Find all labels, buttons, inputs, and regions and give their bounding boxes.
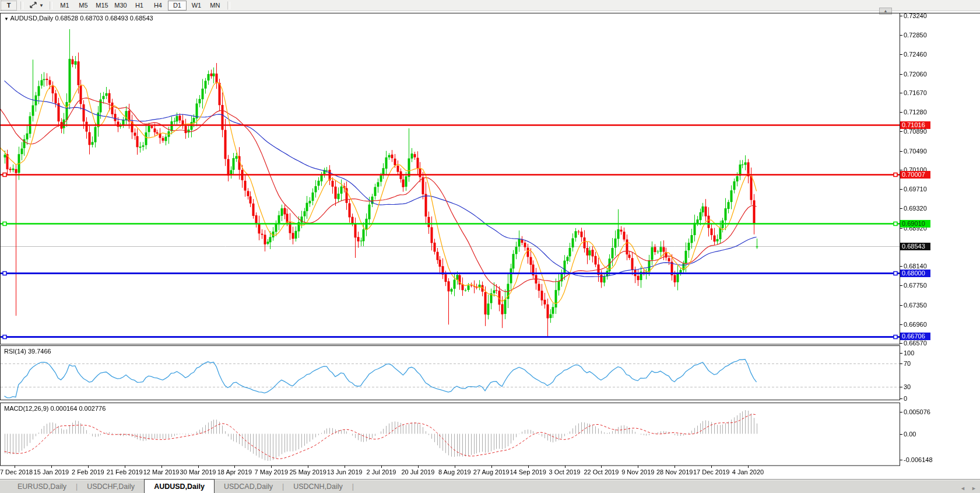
price-axis-label: 0.71280 <box>904 109 927 116</box>
price-axis-label: 0.71670 <box>904 89 927 96</box>
price-axis-label: 0.70490 <box>904 148 927 155</box>
date-label: 18 Apr 2019 <box>217 468 252 475</box>
tab-scroll-right-button[interactable]: ► <box>971 485 977 491</box>
price-axis-label: 0.67350 <box>904 302 927 309</box>
tab-audusd-daily[interactable]: AUDUSD,Daily <box>144 479 215 493</box>
price-axis-label: 0.73240 <box>904 12 927 19</box>
tab-usdcad-daily[interactable]: USDCAD,Daily <box>215 481 282 493</box>
date-label: 27 Dec 2018 <box>0 468 33 475</box>
price-axis-label: 0.66960 <box>904 321 927 328</box>
date-label: 8 Aug 2019 <box>438 468 471 475</box>
price-tag-0.71016: 0.71016 <box>900 121 930 129</box>
date-label: 20 Jul 2019 <box>401 468 434 475</box>
tab-usdchf-daily[interactable]: USDCHF,Daily <box>78 481 144 493</box>
tab-eurusd-daily[interactable]: EURUSD,Daily <box>8 481 76 493</box>
price-axis-label: 0.66570 <box>904 340 927 347</box>
macd-axis-label: -0.006148 <box>904 456 933 463</box>
date-label: 4 Jan 2020 <box>732 468 764 475</box>
chart-title-symbol: AUDUSD,Daily <box>10 15 53 22</box>
date-label: 15 Jan 2019 <box>34 468 69 475</box>
symbol-dropdown-icon[interactable]: ▼ <box>4 16 9 22</box>
date-label: 13 Jun 2019 <box>327 468 363 475</box>
macd-axis-label: 0.00 <box>904 431 916 438</box>
date-label: 28 Nov 2019 <box>656 468 693 475</box>
date-label: 7 May 2019 <box>255 468 288 475</box>
tab-usdcnh-daily[interactable]: USDCNH,Daily <box>284 481 352 493</box>
date-label: 3 Oct 2019 <box>549 468 581 475</box>
price-axis-label: 0.72850 <box>904 32 927 39</box>
price-axis-label: 0.67750 <box>904 282 927 289</box>
date-label: 25 May 2019 <box>289 468 326 475</box>
date-label: 9 Nov 2019 <box>621 468 654 475</box>
chart-canvas[interactable] <box>0 0 980 493</box>
date-label: 21 Feb 2019 <box>107 468 143 475</box>
price-axis-label: 0.72460 <box>904 51 927 58</box>
date-label: 27 Aug 2019 <box>473 468 510 475</box>
app-root: T ▼ M1M5M15M30H1H4D1W1MN ▲ ▼ AUDUSD,Dail… <box>0 0 980 493</box>
tab-scroll-left-button[interactable]: ◄ <box>960 485 965 491</box>
rsi-axis-label: 30 <box>904 383 911 390</box>
macd-panel-label: MACD(12,26,9) 0.000164 0.002776 <box>4 405 106 412</box>
date-label: 2 Jul 2019 <box>367 468 396 475</box>
rsi-axis-label: 70 <box>904 360 911 367</box>
symbol-tab-bar: EURUSD,Daily|USDCHF,DailyAUDUSD,DailyUSD… <box>0 479 980 493</box>
rsi-axis-label: 100 <box>904 349 914 356</box>
price-axis-label: 0.69320 <box>904 205 927 212</box>
date-label: 17 Dec 2019 <box>693 468 729 475</box>
price-tag-0.69010: 0.69010 <box>900 220 930 228</box>
price-axis-label: 0.68140 <box>904 263 927 270</box>
chart-title-ohlc: 0.68528 0.68703 0.68493 0.68543 <box>55 15 153 22</box>
date-label: 30 Mar 2019 <box>180 468 216 475</box>
chart-title: ▼ AUDUSD,Daily 0.68528 0.68703 0.68493 0… <box>4 15 153 23</box>
date-label: 12 Mar 2019 <box>143 468 180 475</box>
price-tag-0.70007: 0.70007 <box>900 171 930 179</box>
price-axis-label: 0.69710 <box>904 186 927 193</box>
rsi-panel-label: RSI(14) 39.7466 <box>4 348 51 355</box>
date-label: 14 Sep 2019 <box>510 468 546 475</box>
price-tag-0.68000: 0.68000 <box>900 270 930 277</box>
price-tag-0.68543: 0.68543 <box>900 243 930 250</box>
date-label: 2 Feb 2019 <box>72 468 104 475</box>
price-axis-label: 0.72060 <box>904 71 927 78</box>
tab-separator: | <box>352 481 354 493</box>
date-label: 22 Oct 2019 <box>584 468 619 475</box>
rsi-axis-label: 0 <box>904 395 907 402</box>
macd-axis-label: 0.005076 <box>904 408 930 415</box>
price-tag-0.66706: 0.66706 <box>900 333 930 340</box>
